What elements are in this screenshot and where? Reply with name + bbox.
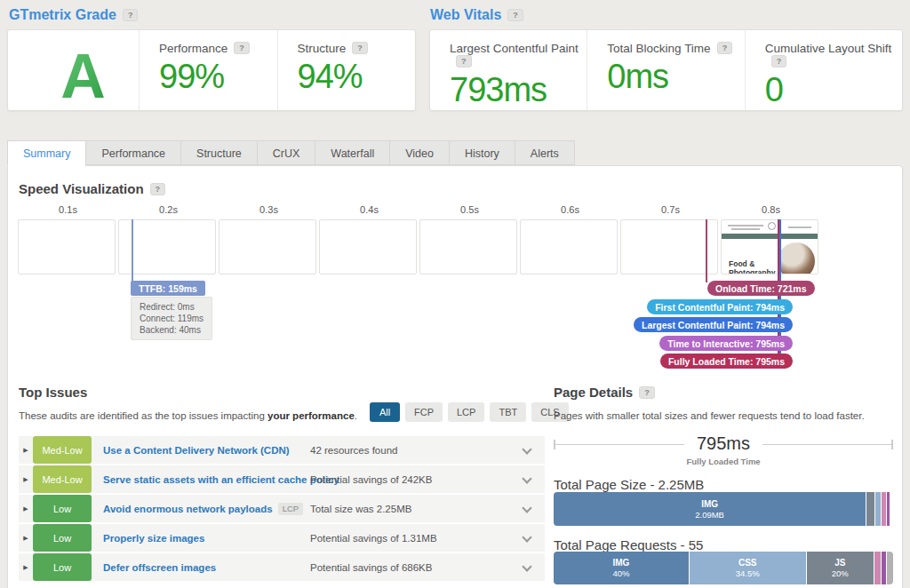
tick-label: 0.3s bbox=[219, 204, 319, 215]
filmstrip-frame bbox=[419, 219, 517, 274]
tab-alerts[interactable]: Alerts bbox=[515, 140, 575, 165]
tbt-metric: Total Blocking Time? 0ms bbox=[587, 30, 744, 110]
chevron-down-icon[interactable] bbox=[522, 444, 531, 454]
severity-badge: Med-Low bbox=[33, 465, 92, 493]
gtmetrix-grade-title: GTmetrix Grade bbox=[9, 7, 116, 22]
report-tabs: Summary Performance Structure CrUX Water… bbox=[7, 140, 575, 166]
backend-time: Backend: 40ms bbox=[140, 324, 204, 336]
thumbnail-text-line bbox=[731, 228, 760, 230]
tab-structure[interactable]: Structure bbox=[180, 140, 257, 165]
issue-title-link[interactable]: Defer offscreen images bbox=[103, 562, 216, 573]
ttfb-marker-line bbox=[132, 219, 133, 282]
severity-badge: Med-Low bbox=[33, 436, 92, 464]
help-icon[interactable]: ? bbox=[507, 9, 523, 21]
time-to-interactive-badge[interactable]: Time to Interactive: 795ms bbox=[659, 336, 793, 351]
help-icon[interactable]: ? bbox=[234, 42, 250, 54]
bar-segment bbox=[887, 492, 890, 526]
issue-title-link[interactable]: Use a Content Delivery Network (CDN) bbox=[103, 445, 290, 456]
help-icon[interactable]: ? bbox=[352, 42, 368, 54]
issue-title-link[interactable]: Avoid enormous network payloads bbox=[103, 504, 273, 514]
gauge-tick bbox=[891, 440, 893, 449]
issue-title-link[interactable]: Properly size images bbox=[103, 533, 204, 544]
filter-all-button[interactable]: All bbox=[370, 402, 400, 422]
top-issues-description: These audits are identified as the top i… bbox=[19, 410, 357, 421]
filter-fcp-button[interactable]: FCP bbox=[405, 402, 443, 422]
bar-segment: CSS34.5% bbox=[690, 552, 807, 584]
expand-arrow-icon[interactable]: ▶ bbox=[19, 476, 33, 483]
description-bold-text: your performance bbox=[267, 410, 355, 421]
expand-arrow-icon[interactable]: ▶ bbox=[19, 447, 33, 454]
tick-label: 0.1s bbox=[18, 204, 118, 215]
tab-video[interactable]: Video bbox=[389, 140, 449, 165]
redirect-time: Redirect: 0ms bbox=[140, 301, 204, 313]
filmstrip-frame bbox=[319, 219, 417, 274]
thumbnail-heading: Food & Photography bbox=[729, 259, 775, 274]
chevron-down-icon[interactable] bbox=[522, 561, 531, 571]
lcp-metric: Largest Contentful Paint? 793ms bbox=[430, 30, 587, 110]
bar-segment bbox=[866, 492, 875, 526]
filmstrip-frame bbox=[219, 219, 316, 274]
tab-waterfall[interactable]: Waterfall bbox=[315, 140, 389, 165]
issue-row[interactable]: ▶ Med-Low Serve static assets with an ef… bbox=[19, 465, 545, 493]
help-icon[interactable]: ? bbox=[456, 55, 472, 68]
onload-marker-line bbox=[706, 219, 707, 282]
tick-label: 0.2s bbox=[118, 204, 219, 215]
filmstrip-frame bbox=[520, 219, 618, 274]
page-size-bar[interactable]: IMG2.09MB bbox=[554, 492, 893, 526]
help-icon[interactable]: ? bbox=[771, 55, 787, 68]
issue-title-link[interactable]: Serve static assets with an efficient ca… bbox=[103, 474, 339, 485]
fully-loaded-time-label: Fully Loaded Time bbox=[686, 457, 760, 466]
expand-arrow-icon[interactable]: ▶ bbox=[19, 505, 33, 513]
chevron-down-icon[interactable] bbox=[522, 532, 531, 542]
help-icon[interactable]: ? bbox=[123, 9, 139, 21]
tick-label: 0.6s bbox=[520, 204, 620, 215]
tab-summary[interactable]: Summary bbox=[7, 140, 85, 166]
issue-row[interactable]: ▶ Low Avoid enormous network payloads LC… bbox=[19, 495, 545, 522]
speed-visualization-title: Speed Visualization bbox=[19, 181, 144, 196]
severity-badge: Low bbox=[33, 495, 92, 522]
help-icon[interactable]: ? bbox=[150, 183, 166, 195]
performance-label: Performance bbox=[159, 42, 228, 55]
bar-segment: JS20% bbox=[807, 552, 874, 584]
gtmetrix-grade-heading: GTmetrix Grade? bbox=[9, 7, 138, 23]
expand-arrow-icon[interactable]: ▶ bbox=[19, 535, 33, 542]
bar-segment bbox=[887, 552, 893, 584]
total-page-requests-title: Total Page Requests - 55 bbox=[554, 537, 703, 552]
page-requests-bar[interactable]: IMG40%CSS34.5%JS20% bbox=[554, 552, 893, 584]
issues-list: ▶ Med-Low Use a Content Delivery Network… bbox=[19, 436, 545, 583]
help-icon[interactable]: ? bbox=[639, 386, 655, 399]
fully-loaded-time-badge[interactable]: Fully Loaded Time: 795ms bbox=[660, 354, 793, 369]
issue-chip: LCP bbox=[278, 503, 303, 515]
issue-row[interactable]: ▶ Low Defer offscreen images Potential s… bbox=[19, 553, 545, 581]
thumbnail-text-line bbox=[728, 225, 763, 226]
lcp-label: Largest Contentful Paint bbox=[450, 42, 579, 55]
page-details-description: Pages with smaller total sizes and fewer… bbox=[554, 410, 865, 421]
chevron-down-icon[interactable] bbox=[522, 503, 531, 513]
onload-time-badge[interactable]: Onload Time: 721ms bbox=[707, 281, 815, 296]
performance-value: 99% bbox=[159, 58, 277, 96]
filter-lcp-button[interactable]: LCP bbox=[448, 402, 484, 422]
performance-metric: Performance? 99% bbox=[139, 30, 277, 110]
expand-arrow-icon[interactable]: ▶ bbox=[19, 564, 33, 571]
tab-performance[interactable]: Performance bbox=[85, 140, 180, 165]
issue-row[interactable]: ▶ Low Properly size images Potential sav… bbox=[19, 524, 545, 552]
help-icon[interactable]: ? bbox=[717, 42, 733, 54]
issue-detail: Potential savings of 1.31MB bbox=[310, 533, 437, 544]
chevron-down-icon[interactable] bbox=[522, 473, 531, 483]
grade-letter-cell: A bbox=[8, 30, 139, 110]
filter-tbt-button[interactable]: TBT bbox=[490, 402, 526, 422]
grade-card: A Performance? 99% Structure? 94% bbox=[7, 29, 416, 111]
tab-history[interactable]: History bbox=[449, 140, 515, 165]
cls-label: Cumulative Layout Shift bbox=[765, 42, 892, 55]
tick-label: 0.5s bbox=[419, 204, 520, 215]
bar-segment: IMG40% bbox=[554, 552, 690, 584]
severity-badge: Low bbox=[33, 553, 92, 581]
fully-loaded-time-value: 795ms bbox=[684, 433, 762, 454]
first-contentful-paint-badge[interactable]: First Contentful Paint: 794ms bbox=[647, 299, 793, 314]
severity-badge: Low bbox=[33, 524, 92, 552]
ttfb-badge[interactable]: TTFB: 159ms bbox=[131, 281, 205, 296]
largest-contentful-paint-badge[interactable]: Largest Contentful Paint: 794ms bbox=[634, 317, 793, 332]
thumbnail-heading-line1: Food & bbox=[729, 259, 775, 268]
tab-crux[interactable]: CrUX bbox=[257, 140, 315, 165]
issue-row[interactable]: ▶ Med-Low Use a Content Delivery Network… bbox=[19, 436, 545, 464]
